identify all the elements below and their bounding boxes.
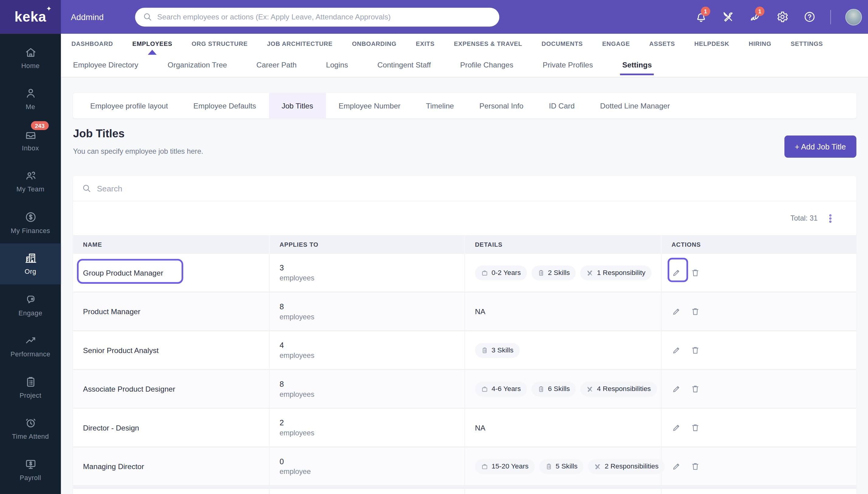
detail-badge-label: 2 Responsibilities (605, 462, 659, 470)
sub-nav-private-profiles[interactable]: Private Profiles (543, 53, 593, 77)
sidebar-item-performance[interactable]: Performance (0, 326, 61, 367)
table-row: Director - Design2employeesNA (73, 409, 856, 448)
top-header: keka✦ Addmind 1 1 (0, 0, 868, 34)
table-row: Associate Product Designer8employees4-6 … (73, 370, 856, 408)
main-nav-org-structure[interactable]: ORG STRUCTURE (191, 40, 247, 47)
detail-badge-2-skills: 2 Skills (532, 265, 576, 280)
global-search[interactable] (135, 7, 499, 26)
header-icons: 1 1 (695, 0, 862, 34)
sidebar-item-inbox[interactable]: 243Inbox (0, 119, 61, 161)
table-row: Group Product Manager3employees0-2 Years… (73, 254, 856, 292)
delete-icon[interactable] (690, 307, 701, 317)
sub-nav-organization-tree[interactable]: Organization Tree (167, 53, 227, 77)
sidebar-item-my-finances[interactable]: My Finances (0, 202, 61, 243)
table-search-input[interactable] (97, 184, 848, 193)
sidebar-item-engage[interactable]: Engage (0, 284, 61, 326)
edit-icon[interactable] (671, 461, 682, 472)
sidebar-item-me[interactable]: Me (0, 78, 61, 120)
sidebar-item-label: Engage (19, 309, 42, 317)
main-nav-onboarding[interactable]: ONBOARDING (352, 40, 396, 47)
page-subtitle: You can specify employee job titles here… (73, 147, 203, 155)
main-nav-job-architecture[interactable]: JOB ARCHITECTURE (267, 40, 333, 47)
main-nav-expenses-travel[interactable]: EXPENSES & TRAVEL (454, 40, 522, 47)
skills-icon (481, 347, 488, 354)
main-nav-dashboard[interactable]: DASHBOARD (71, 40, 113, 47)
employee-unit: employees (280, 312, 314, 321)
delete-icon[interactable] (690, 345, 701, 355)
main-nav-documents[interactable]: DOCUMENTS (541, 40, 583, 47)
edit-icon[interactable] (671, 268, 682, 278)
employee-unit: employees (280, 351, 314, 359)
notifications-bell-icon[interactable]: 1 (695, 11, 707, 23)
sub-nav-settings[interactable]: Settings (622, 53, 652, 77)
sidebar-item-label: Home (21, 62, 39, 69)
add-job-title-button[interactable]: + Add Job Title (784, 135, 856, 158)
tab-dotted-line-manager[interactable]: Dotted Line Manager (587, 93, 683, 118)
finances-icon (24, 211, 37, 223)
table-search[interactable] (73, 176, 856, 202)
sidebar-item-time-attend[interactable]: Time Attend (0, 408, 61, 449)
main-nav-hiring[interactable]: HIRING (749, 40, 771, 47)
delete-icon[interactable] (690, 461, 701, 472)
search-icon (143, 12, 152, 22)
sidebar-item-label: Project (19, 392, 41, 399)
tab-employee-profile-layout[interactable]: Employee profile layout (77, 93, 181, 118)
edit-icon[interactable] (671, 423, 682, 433)
table-header: NAMEAPPLIES TODETAILSACTIONS (73, 235, 856, 254)
help-icon[interactable] (803, 11, 816, 23)
payroll-icon (24, 458, 37, 471)
sub-nav-profile-changes[interactable]: Profile Changes (460, 53, 514, 77)
sub-nav-logins[interactable]: Logins (326, 53, 348, 77)
settings-gear-icon[interactable] (776, 11, 789, 23)
main-nav-exits[interactable]: EXITS (416, 40, 435, 47)
sidebar-item-project[interactable]: Project (0, 367, 61, 408)
global-search-input[interactable] (157, 13, 492, 21)
header-divider (830, 10, 831, 24)
sub-nav-employee-directory[interactable]: Employee Directory (73, 53, 138, 77)
sub-nav-contingent-staff[interactable]: Contingent Staff (377, 53, 431, 77)
tools-icon[interactable] (722, 11, 735, 23)
main-nav-engage[interactable]: ENGAGE (602, 40, 630, 47)
actions-cell (662, 370, 856, 408)
delete-icon[interactable] (690, 423, 701, 433)
detail-badge-label: 3 Skills (492, 346, 514, 354)
edit-icon[interactable] (671, 384, 682, 394)
sub-nav-career-path[interactable]: Career Path (256, 53, 297, 77)
tab-employee-defaults[interactable]: Employee Defaults (181, 93, 269, 118)
main-nav-employees[interactable]: EMPLOYEES (132, 40, 172, 47)
more-options-icon[interactable] (826, 213, 835, 223)
team-icon (24, 170, 37, 182)
tab-job-titles[interactable]: Job Titles (269, 93, 326, 118)
performance-icon (24, 334, 37, 347)
sidebar-item-my-team[interactable]: My Team (0, 161, 61, 202)
job-title-text: Senior Product Analyst (83, 346, 159, 354)
tab-id-card[interactable]: ID Card (536, 93, 587, 118)
details-cell: 3 Skills (465, 331, 661, 369)
table-row: Senior Product Analyst4employees3 Skills (73, 331, 856, 370)
edit-icon[interactable] (671, 345, 682, 355)
actions-cell (662, 254, 856, 292)
sidebar-item-org[interactable]: Org (0, 243, 61, 284)
tab-personal-info[interactable]: Personal Info (467, 93, 536, 118)
delete-icon[interactable] (690, 268, 701, 278)
main-nav-settings[interactable]: SETTINGS (791, 40, 823, 47)
main-nav-helpdesk[interactable]: HELPDESK (695, 40, 730, 47)
main-nav-assets[interactable]: ASSETS (649, 40, 675, 47)
responsibility-icon (587, 269, 594, 277)
employee-unit: employees (280, 429, 314, 437)
logo-spark-icon: ✦ (46, 5, 52, 13)
edit-icon[interactable] (671, 307, 682, 317)
skills-icon (537, 269, 545, 277)
user-avatar[interactable] (845, 8, 862, 25)
detail-badge-4-6-years: 4-6 Years (475, 381, 527, 396)
delete-icon[interactable] (690, 384, 701, 394)
logo-container[interactable]: keka✦ (0, 0, 61, 34)
sidebar-item-payroll[interactable]: Payroll (0, 449, 61, 490)
table-row: Product Manager8employeesNA (73, 292, 856, 331)
tab-timeline[interactable]: Timeline (413, 93, 467, 118)
whats-new-rocket-icon[interactable]: 1 (749, 11, 762, 23)
sidebar-item-home[interactable]: Home (0, 37, 61, 78)
detail-badge-label: 15-20 Years (492, 462, 529, 470)
tab-employee-number[interactable]: Employee Number (326, 93, 413, 118)
detail-badge-2-responsibilities: 2 Responsibilities (588, 459, 665, 474)
